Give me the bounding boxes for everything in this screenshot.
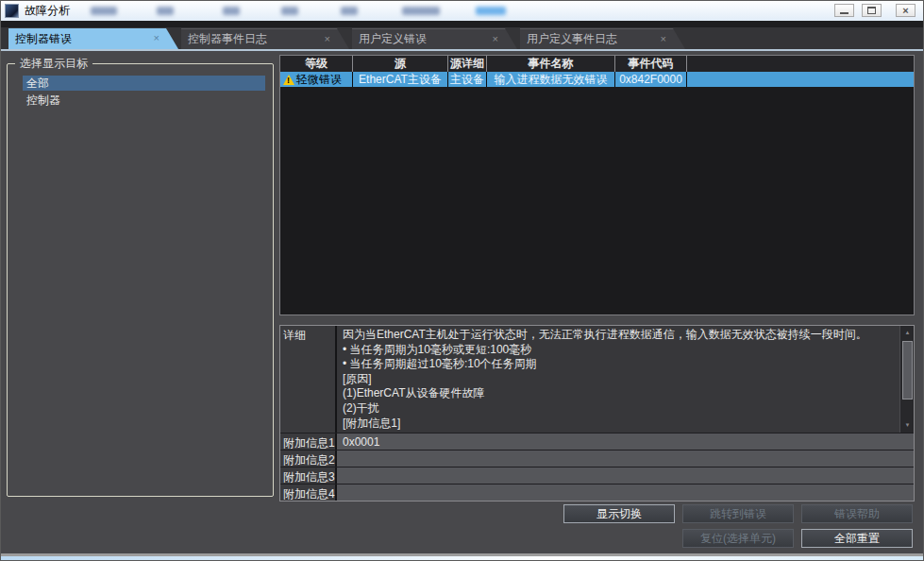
display-target-groupbox: 选择显示目标 全部 控制器 xyxy=(7,63,274,497)
cell-filler xyxy=(687,72,914,87)
background-window-strip xyxy=(1,556,923,561)
window-title: 故障分析 xyxy=(25,3,70,19)
detail-line: • 当任务周期超过10毫秒:10个任务周期 xyxy=(343,357,895,372)
detail-line: (2)干扰 xyxy=(343,401,895,416)
column-header-event-code: 事件代码 xyxy=(615,56,687,72)
tab-controller-event-log[interactable]: 控制器事件日志 × xyxy=(181,28,349,49)
blurred-menu-item xyxy=(402,7,440,15)
attachment-row-4: 附加信息4 xyxy=(280,484,914,501)
error-help-button[interactable]: 错误帮助 xyxy=(801,504,913,523)
tab-label: 用户定义错误 xyxy=(359,31,427,47)
blurred-menu-item-highlighted xyxy=(476,7,506,15)
titlebar-separator xyxy=(1,21,923,27)
blurred-menu-item xyxy=(281,7,298,15)
cell-level: 轻微错误 xyxy=(280,72,353,87)
attachment-label: 附加信息1 xyxy=(280,434,337,450)
groupbox-legend: 选择显示目标 xyxy=(15,56,92,72)
blurred-menu-item xyxy=(223,7,240,15)
attachment-label: 附加信息2 xyxy=(280,450,337,467)
attachment-value xyxy=(337,484,914,501)
attachment-label: 附加信息4 xyxy=(280,484,337,501)
detail-line: [附加信息1] xyxy=(343,416,895,432)
detail-scrollbar[interactable]: ▲ ▼ xyxy=(899,326,914,433)
detail-row: 详细 因为当EtherCAT主机处于运行状态时，无法正常执行进程数据通信，输入数… xyxy=(280,326,914,433)
detail-line: 因为当EtherCAT主机处于运行状态时，无法正常执行进程数据通信，输入数据无效… xyxy=(343,328,895,343)
reset-selected-unit-button[interactable]: 复位(选择单元) xyxy=(682,529,794,548)
scroll-down-icon[interactable]: ▼ xyxy=(901,419,914,432)
reset-all-button[interactable]: 全部重置 xyxy=(801,529,913,548)
blurred-menu-item xyxy=(341,7,358,15)
minimize-button[interactable] xyxy=(834,4,854,17)
column-header-level: 等级 xyxy=(280,56,353,72)
detail-line: (1)EtherCAT从设备硬件故障 xyxy=(343,386,895,401)
tab-user-defined-event-log[interactable]: 用户定义事件日志 × xyxy=(520,28,685,49)
target-item-all[interactable]: 全部 xyxy=(23,76,265,91)
troubleshooting-dialog: 故障分析 × 控制器错误 × 控制器事件日志 × 用户定义错误 × 用户定义事件… xyxy=(0,0,924,561)
scroll-up-icon[interactable]: ▲ xyxy=(901,327,914,339)
tab-close-icon[interactable]: × xyxy=(325,33,330,44)
tab-close-icon[interactable]: × xyxy=(661,33,666,44)
detail-panel: 详细 因为当EtherCAT主机处于运行状态时，无法正常执行进程数据通信，输入数… xyxy=(279,325,915,502)
tab-label: 用户定义事件日志 xyxy=(527,31,617,47)
app-icon xyxy=(5,4,19,18)
column-header-source: 源 xyxy=(353,56,448,72)
blurred-menu-item xyxy=(157,7,174,15)
warning-icon xyxy=(283,75,294,85)
column-header-source-detail: 源详细 xyxy=(448,56,487,72)
attachment-value xyxy=(337,450,914,467)
scrollbar-thumb[interactable] xyxy=(902,341,913,400)
tab-close-icon[interactable]: × xyxy=(493,33,498,44)
error-table: 等级 源 源详细 事件名称 事件代码 轻微错误 EtherCAT主设备 主设备 … xyxy=(279,55,915,315)
cell-event-code: 0x842F0000 xyxy=(615,72,687,87)
column-header-filler xyxy=(687,56,914,72)
attachment-row-3: 附加信息3 xyxy=(280,467,914,484)
jump-to-error-button[interactable]: 跳转到错误 xyxy=(682,504,794,523)
attachment-row-1: 附加信息1 0x0001 xyxy=(280,433,914,450)
close-button[interactable]: × xyxy=(896,4,916,17)
tab-close-icon[interactable]: × xyxy=(154,32,160,43)
cell-source-detail: 主设备 xyxy=(448,72,487,87)
column-header-event-name: 事件名称 xyxy=(487,56,615,72)
detail-line: [原因] xyxy=(343,372,895,387)
maximize-icon xyxy=(867,7,876,14)
tabstrip-underline xyxy=(1,49,923,51)
blurred-menu-item xyxy=(91,7,117,15)
attachment-value: 0x0001 xyxy=(337,434,914,450)
attachment-value xyxy=(337,468,914,484)
table-header-row: 等级 源 源详细 事件名称 事件代码 xyxy=(280,56,914,72)
detail-text: 因为当EtherCAT主机处于运行状态时，无法正常执行进程数据通信，输入数据无效… xyxy=(337,326,914,433)
tab-user-defined-errors[interactable]: 用户定义错误 × xyxy=(352,28,517,49)
attachment-label: 附加信息3 xyxy=(280,468,337,484)
close-icon: × xyxy=(902,6,908,15)
window-controls: × xyxy=(827,4,916,17)
detail-label: 详细 xyxy=(280,326,337,433)
maximize-button[interactable] xyxy=(862,4,882,17)
table-row[interactable]: 轻微错误 EtherCAT主设备 主设备 输入进程数据无效错误 0x842F00… xyxy=(280,72,914,87)
display-switch-button[interactable]: 显示切换 xyxy=(563,504,675,523)
cell-event-name: 输入进程数据无效错误 xyxy=(487,72,615,87)
tab-strip: 控制器错误 × 控制器事件日志 × 用户定义错误 × 用户定义事件日志 × xyxy=(1,27,923,51)
tab-label: 控制器事件日志 xyxy=(188,31,267,47)
titlebar[interactable]: 故障分析 × xyxy=(1,1,923,21)
target-item-controller[interactable]: 控制器 xyxy=(23,93,265,108)
tab-label: 控制器错误 xyxy=(15,31,72,47)
tab-controller-errors[interactable]: 控制器错误 × xyxy=(8,28,178,49)
minimize-icon xyxy=(840,12,848,14)
detail-line: • 当任务周期为10毫秒或更短:100毫秒 xyxy=(343,343,895,358)
cell-source: EtherCAT主设备 xyxy=(353,72,448,87)
attachment-row-2: 附加信息2 xyxy=(280,450,914,467)
